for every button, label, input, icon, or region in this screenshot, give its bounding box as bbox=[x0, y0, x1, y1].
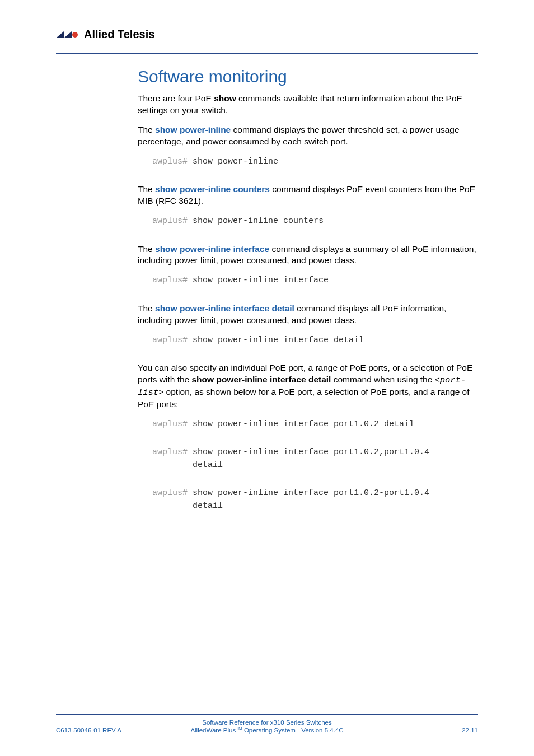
text: The bbox=[138, 184, 155, 194]
cli-command: show power-inline interface detail bbox=[193, 334, 364, 347]
command-row: awplus# show power-inline interface port… bbox=[152, 487, 479, 512]
cmd-link-counters[interactable]: show power-inline counters bbox=[155, 184, 270, 194]
cli-prompt: awplus# bbox=[152, 446, 193, 459]
logo-icon bbox=[56, 29, 81, 40]
command-block-4: awplus# show power-inline interface deta… bbox=[152, 334, 479, 347]
command-row: awplus# show power-inline interface port… bbox=[152, 446, 479, 472]
cmd-link-interface[interactable]: show power-inline interface bbox=[155, 244, 269, 254]
footer-divider bbox=[56, 714, 478, 715]
svg-marker-0 bbox=[56, 31, 64, 38]
command-block-1: awplus# show power-inline bbox=[152, 156, 479, 169]
footer-row: C613-50046-01 REV A Software Reference f… bbox=[56, 719, 478, 734]
paragraph-2: The show power-inline counters command d… bbox=[138, 184, 479, 207]
cli-command: show power-inline bbox=[193, 156, 278, 169]
command-block-5: awplus# show power-inline interface port… bbox=[152, 418, 479, 513]
text: The bbox=[138, 244, 155, 254]
page-header: Allied Telesis bbox=[56, 28, 478, 59]
cli-prompt: awplus# bbox=[152, 215, 193, 228]
text: > option, as shown below for a PoE port,… bbox=[138, 387, 470, 409]
cli-prompt: awplus# bbox=[152, 156, 193, 169]
footer-doc-id: C613-50046-01 REV A bbox=[56, 727, 146, 734]
text: There are four PoE bbox=[138, 94, 214, 103]
command-block-3: awplus# show power-inline interface bbox=[152, 274, 479, 287]
cli-command: show power-inline counters bbox=[193, 215, 324, 228]
cli-prompt: awplus# bbox=[152, 418, 193, 431]
text: command when using the < bbox=[331, 375, 439, 384]
text: Operating System - Version 5.4.4C bbox=[242, 727, 344, 734]
cli-prompt: awplus# bbox=[152, 274, 193, 287]
cli-command: show power-inline interface port1.0.2-po… bbox=[193, 487, 434, 512]
svg-marker-1 bbox=[64, 31, 72, 38]
show-keyword: show bbox=[214, 94, 236, 103]
cmd-bold: show power-inline interface detail bbox=[192, 375, 331, 384]
cmd-link-power-inline[interactable]: show power-inline bbox=[155, 125, 231, 134]
paragraph-1: The show power-inline command displays t… bbox=[138, 124, 479, 148]
cmd-link-interface-detail[interactable]: show power-inline interface detail bbox=[155, 304, 294, 313]
footer-center: Software Reference for x310 Series Switc… bbox=[146, 719, 388, 734]
page-footer: C613-50046-01 REV A Software Reference f… bbox=[56, 714, 478, 734]
cli-command: show power-inline interface port1.0.2,po… bbox=[193, 446, 434, 472]
footer-subtitle: AlliedWare PlusTM Operating System - Ver… bbox=[146, 726, 388, 734]
text: The bbox=[138, 125, 155, 134]
command-row: awplus# show power-inline interface port… bbox=[152, 418, 479, 431]
cli-prompt: awplus# bbox=[152, 334, 193, 347]
footer-title: Software Reference for x310 Series Switc… bbox=[146, 719, 388, 726]
section-heading: Software monitoring bbox=[138, 67, 479, 86]
intro-paragraph: There are four PoE show commands availab… bbox=[138, 93, 479, 116]
command-row: awplus# show power-inline interface deta… bbox=[152, 334, 479, 347]
text: The bbox=[138, 304, 155, 313]
paragraph-3: The show power-inline interface command … bbox=[138, 244, 479, 267]
paragraph-4: The show power-inline interface detail c… bbox=[138, 303, 479, 326]
trademark: TM bbox=[236, 726, 242, 731]
brand-name: Allied Telesis bbox=[84, 28, 154, 41]
cli-command: show power-inline interface bbox=[193, 274, 329, 287]
command-row: awplus# show power-inline bbox=[152, 156, 479, 169]
command-block-2: awplus# show power-inline counters bbox=[152, 215, 479, 228]
main-content: Software monitoring There are four PoE s… bbox=[138, 67, 479, 528]
brand-logo: Allied Telesis bbox=[56, 28, 478, 41]
cli-prompt: awplus# bbox=[152, 487, 193, 500]
text: AlliedWare Plus bbox=[190, 727, 236, 734]
paragraph-5: You can also specify an individual PoE p… bbox=[138, 362, 479, 410]
footer-page-number: 22.11 bbox=[388, 727, 478, 734]
command-row: awplus# show power-inline interface bbox=[152, 274, 479, 287]
command-row: awplus# show power-inline counters bbox=[152, 215, 479, 228]
header-divider bbox=[56, 53, 478, 54]
cli-command: show power-inline interface port1.0.2 de… bbox=[193, 418, 414, 431]
svg-point-2 bbox=[72, 32, 78, 38]
